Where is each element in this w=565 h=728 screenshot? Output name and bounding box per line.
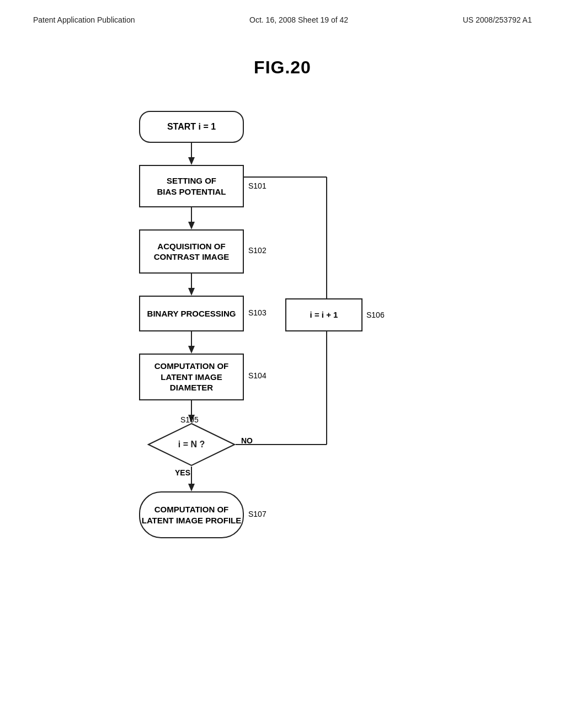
s104-box: COMPUTATION OF LATENT IMAGE DIAMETER: [139, 354, 244, 400]
figure-title: FIG.20: [0, 57, 565, 78]
svg-marker-1: [188, 157, 195, 165]
flowchart: START i = 1 SETTING OF BIAS POTENTIAL S1…: [89, 100, 476, 651]
s106-label: i = i + 1: [310, 309, 338, 320]
s105-diamond: i = N ?: [147, 422, 236, 467]
svg-marker-11: [188, 484, 195, 491]
start-label: START i = 1: [167, 121, 216, 133]
s103-step: S103: [248, 308, 266, 317]
page-header: Patent Application Publication Oct. 16, …: [0, 0, 565, 24]
s104-label: COMPUTATION OF LATENT IMAGE DIAMETER: [140, 361, 243, 393]
s106-box: i = i + 1: [285, 298, 363, 331]
svg-marker-7: [188, 346, 195, 354]
s101-step: S101: [248, 181, 266, 190]
svg-marker-3: [188, 222, 195, 229]
s107-step: S107: [248, 510, 266, 518]
s107-box: COMPUTATION OF LATENT IMAGE PROFILE: [139, 491, 244, 538]
s101-label: SETTING OF BIAS POTENTIAL: [157, 175, 226, 197]
s103-label: BINARY PROCESSING: [147, 308, 236, 319]
header-left: Patent Application Publication: [33, 15, 135, 24]
s102-box: ACQUISITION OF CONTRAST IMAGE: [139, 229, 244, 274]
s103-box: BINARY PROCESSING: [139, 296, 244, 331]
s102-step: S102: [248, 246, 266, 255]
header-right: US 2008/253792 A1: [463, 15, 532, 24]
start-box: START i = 1: [139, 111, 244, 143]
s101-box: SETTING OF BIAS POTENTIAL: [139, 165, 244, 207]
no-label: NO: [241, 436, 253, 445]
svg-text:i = N ?: i = N ?: [178, 440, 205, 449]
header-middle: Oct. 16, 2008 Sheet 19 of 42: [249, 15, 348, 24]
s106-step: S106: [366, 311, 385, 319]
yes-label: YES: [175, 468, 190, 477]
s102-label: ACQUISITION OF CONTRAST IMAGE: [154, 241, 230, 263]
s104-step: S104: [248, 371, 266, 380]
s107-label: COMPUTATION OF LATENT IMAGE PROFILE: [142, 504, 242, 526]
svg-marker-5: [188, 288, 195, 296]
